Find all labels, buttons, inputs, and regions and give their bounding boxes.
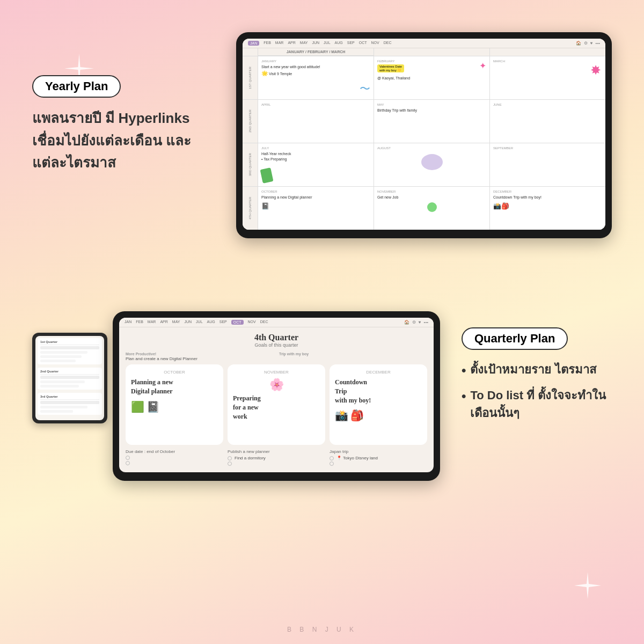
side-q2-block: 2nd Quarter (38, 368, 102, 390)
green-cards-icon: 🟩 (131, 400, 144, 413)
nav2-feb[interactable]: FEB (136, 320, 143, 325)
cell-mar[interactable]: MARCH ✸ (490, 56, 605, 99)
q-dec-title: DECEMBER (335, 370, 422, 375)
home-icon[interactable]: 🏠 (576, 41, 581, 46)
camera-icon-dec: 📸 (335, 409, 348, 422)
todo-oct: Due date : end of October (126, 449, 223, 467)
yearly-plan-badge[interactable]: Yearly Plan (32, 75, 121, 98)
nav2-aug[interactable]: AUG (207, 320, 215, 325)
nav-aug[interactable]: AUG (335, 41, 343, 46)
nav-jan[interactable]: JAN (248, 41, 259, 46)
nav2-sep[interactable]: SEP (219, 320, 227, 325)
nav-jul[interactable]: JUL (324, 41, 330, 46)
nav-nov[interactable]: NOV (371, 41, 379, 46)
dots-icon[interactable]: ••• (596, 41, 600, 46)
q3-label: 3RD QUARTER (243, 143, 258, 186)
quarter-card-nov[interactable]: NOVEMBER 🌸 Preparingfor a newwork (228, 364, 325, 445)
q-oct-title: OCTOBER (131, 370, 218, 375)
quarterly-plan-badge[interactable]: Quarterly Plan (462, 327, 568, 350)
cell-oct[interactable]: OCTOBER Planning a new Digital planner 📓 (258, 187, 374, 230)
nav2-oct[interactable]: OCT (231, 320, 244, 325)
todo-grid: Due date : end of October Publish a new … (119, 449, 434, 472)
heart-icon-2[interactable]: ♥ (419, 320, 421, 325)
cell-dec[interactable]: DECEMBER Countdown Trip with my boy! 📸🎒 (490, 187, 605, 230)
yearly-plan-thai-text: แพลนรายปี มี Hyperlinks เชื่อมไปยังแต่ละ… (32, 107, 215, 174)
heart-icon[interactable]: ♥ (590, 41, 593, 46)
settings-icon-2[interactable]: ⚙ (412, 320, 416, 325)
nav2-nov[interactable]: NOV (248, 320, 256, 325)
green-card-icon (261, 169, 272, 183)
dots-icon-2[interactable]: ••• (424, 320, 428, 325)
blue-swirl-icon: 〜 (360, 82, 370, 96)
q-dec-icons: 📸 🎒 (335, 409, 422, 422)
q-nov-content: Preparingfor a newwork (233, 394, 320, 421)
cell-jan[interactable]: JANUARY Start a new year with good attit… (258, 56, 374, 99)
cell-aug[interactable]: AUGUST (374, 143, 489, 186)
cell-nov[interactable]: NOVEMBER Get new Job (374, 187, 489, 230)
cell-apr[interactable]: APRIL (258, 100, 374, 143)
nav-apr[interactable]: APR (288, 41, 295, 46)
quarterly-plan-description: Quarterly Plan • ตั้งเป้าหมายราย ไตรมาส … (462, 311, 612, 428)
cell-may[interactable]: MAY Birthday Trip with family (374, 100, 489, 143)
todo-circle-6 (330, 462, 334, 466)
quarterly-plan-title: 4th Quarter (119, 333, 434, 342)
todo-circle-2 (126, 461, 130, 465)
star-burst-mar: ✸ (590, 63, 601, 78)
nav2-may[interactable]: MAY (172, 320, 180, 325)
nav-feb[interactable]: FEB (264, 41, 271, 46)
bottom-section: 1st Quarter 2nd Quarter (0, 311, 644, 481)
green-circle-nov (427, 202, 437, 212)
sparkle-decoration-br (574, 572, 601, 601)
side-q3-block: 3rd Quarter (38, 393, 102, 415)
flower-icon-nov: 🌸 (233, 378, 320, 392)
nav-months-bottom: JAN FEB MAR APR MAY JUN JUL AUG SEP OCT … (125, 320, 401, 325)
home-icon-2[interactable]: 🏠 (404, 320, 409, 325)
quarter-card-dec[interactable]: DECEMBER CountdownTripwith my boy! 📸 🎒 (330, 364, 427, 445)
ipad-frame-top: JAN FEB MAR APR MAY JUN JUL AUG SEP OCT … (236, 32, 612, 238)
quarterly-plan-subtitle: Goals of this quarter (119, 342, 434, 348)
nav-dec[interactable]: DEC (384, 41, 392, 46)
quarter-card-oct[interactable]: OCTOBER Planning a newDigital planner 🟩 … (126, 364, 223, 445)
cell-jul[interactable]: JULY Half-Year recheck• Tax Preparing (258, 143, 374, 186)
q-oct-icons: 🟩 📓 (131, 400, 218, 413)
cell-feb[interactable]: FEBRUARY Valentines Datewith my boy 💛 @ … (374, 56, 489, 99)
settings-icon[interactable]: ⚙ (584, 41, 588, 46)
quarterly-plan-ipad: JAN FEB MAR APR MAY JUN JUL AUG SEP OCT … (113, 311, 440, 481)
bullet-dot-2: • (462, 386, 466, 422)
todo-dec: Japan trip 📍 Tokyo Disney land (330, 449, 427, 467)
todo-nov-item2 (228, 462, 325, 466)
todo-circle-5 (330, 456, 334, 460)
nav2-dec[interactable]: DEC (260, 320, 268, 325)
nav-may[interactable]: MAY (300, 41, 308, 46)
nav-jun[interactable]: JUN (312, 41, 319, 46)
cell-sep[interactable]: SEPTEMBER (490, 143, 605, 186)
valentines-tag: Valentines Datewith my boy 💛 (377, 64, 404, 72)
nav2-apr[interactable]: APR (160, 320, 167, 325)
quarterly-months-grid: OCTOBER Planning a newDigital planner 🟩 … (119, 364, 434, 449)
book-emoji-oct: 📓 (261, 202, 370, 210)
nav-oct[interactable]: OCT (359, 41, 367, 46)
nav2-jul[interactable]: JUL (196, 320, 202, 325)
side-q2-title: 2nd Quarter (40, 370, 99, 375)
bullet-1: • ตั้งเป้าหมายราย ไตรมาส (462, 361, 612, 380)
goal1-label: More Productive! (126, 352, 274, 356)
side-quarterly-planner: 1st Quarter 2nd Quarter (32, 333, 107, 423)
nav-bar-bottom: JAN FEB MAR APR MAY JUN JUL AUG SEP OCT … (119, 318, 434, 327)
yearly-plan-ipad: JAN FEB MAR APR MAY JUN JUL AUG SEP OCT … (236, 32, 612, 238)
nav2-jan[interactable]: JAN (125, 320, 131, 325)
nav-mar[interactable]: MAR (275, 41, 284, 46)
nav-icons-bottom: 🏠 ⚙ ♥ ••• (404, 320, 428, 325)
nav2-jun[interactable]: JUN (184, 320, 192, 325)
nav2-mar[interactable]: MAR (148, 320, 156, 325)
side-planner-screen: 1st Quarter 2nd Quarter (35, 336, 104, 420)
todo-circle-4 (228, 462, 232, 466)
bag-icon-dec: 🎒 (350, 409, 364, 422)
header-col1: JANUARY / FEBRUARY / MARCH (258, 48, 374, 56)
todo-oct-label: Due date : end of October (126, 449, 223, 454)
goal2-label: Trip with my boy (279, 352, 427, 356)
ipad-screen-top: JAN FEB MAR APR MAY JUN JUL AUG SEP OCT … (243, 39, 605, 230)
todo-circle-1 (126, 456, 130, 460)
nav-sep[interactable]: SEP (347, 41, 355, 46)
cell-jun[interactable]: JUNE (490, 100, 605, 143)
yearly-plan-description: Yearly Plan แพลนรายปี มี Hyperlinks เชื่… (32, 32, 215, 174)
